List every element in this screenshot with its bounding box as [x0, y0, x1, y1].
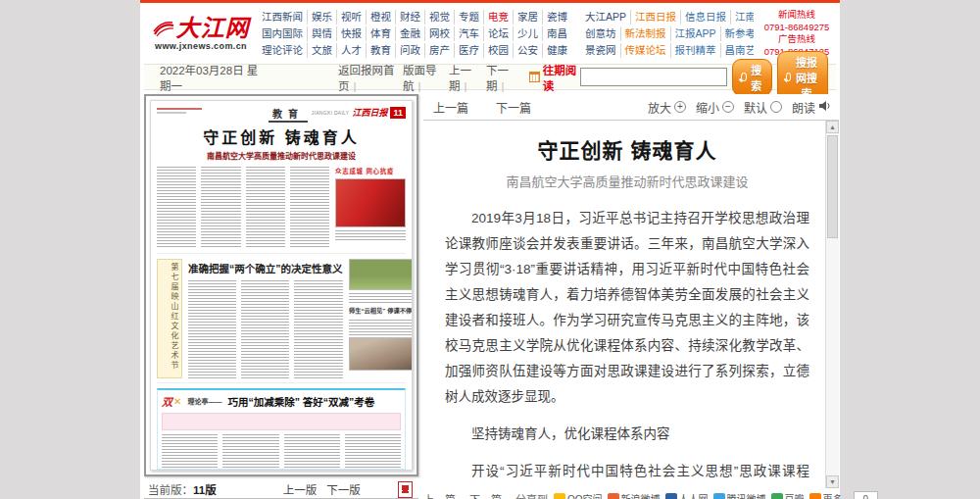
next-article-link-bottom[interactable]: 下一篇 [469, 491, 502, 499]
paper-link[interactable]: 江西日报 [630, 10, 680, 25]
nav-link[interactable]: 人才 [336, 43, 366, 58]
nav-link[interactable]: 南昌 [542, 26, 571, 41]
nav-link[interactable]: 快报 [336, 26, 366, 41]
issue-nav-link[interactable]: 版面导航 [401, 62, 447, 93]
paper-link[interactable]: 信息日报 [680, 10, 730, 25]
hotline-line: 广告热线 [754, 33, 840, 46]
search-button[interactable]: 搜 索 [732, 59, 772, 96]
nav-link[interactable]: 汽车 [454, 26, 483, 41]
nav-link[interactable]: 金融 [395, 26, 424, 41]
site-title: 大江网 [176, 16, 250, 41]
paper-photo-classroom [349, 337, 414, 371]
nav-link[interactable]: 教育 [366, 43, 395, 58]
article-subtitle: 南昌航空大学高质量推动新时代思政课建设 [445, 172, 809, 190]
zoom-in-button[interactable]: 放大 [648, 99, 686, 116]
issue-nav-link[interactable]: 上一期 [447, 62, 484, 93]
next-article-link[interactable]: 下一篇 [496, 99, 531, 116]
calendar-icon[interactable] [529, 72, 540, 82]
nav-link[interactable]: 问政 [395, 43, 424, 58]
scrollbar-thumb[interactable] [827, 135, 838, 238]
nav-link[interactable]: 舆情 [307, 26, 336, 41]
share-target-button[interactable]: 新浪微博 [608, 491, 661, 499]
paper-link[interactable]: 江南都市报 [730, 10, 754, 25]
nav-link[interactable]: 文旅 [307, 43, 336, 58]
paper-link[interactable]: 创意坊 [581, 26, 620, 41]
paper-photo-field [349, 259, 414, 290]
paper-page-number: 11 [390, 107, 406, 119]
nav-link[interactable]: 娱乐 [307, 10, 336, 25]
nav-link[interactable]: 橙视 [366, 10, 395, 25]
nav-link[interactable]: 视听 [336, 10, 366, 25]
current-page-value: 11版 [193, 484, 217, 496]
scroll-up-icon[interactable] [826, 121, 839, 133]
prev-page-link[interactable]: 上一版 [283, 481, 318, 497]
zoom-in-icon [674, 101, 686, 113]
nav-link[interactable]: 房产 [424, 43, 454, 58]
zoom-default-button[interactable]: 默认 [744, 99, 782, 116]
nav-link[interactable]: 少儿 [513, 26, 542, 41]
article-toolbar: 上一篇 下一篇 放大 缩小 默认 朗读 [423, 94, 839, 121]
archive-link[interactable]: 往期阅读 [543, 62, 580, 93]
zoom-out-button[interactable]: 缩小 [696, 99, 734, 116]
nav-link[interactable]: 财经 [395, 10, 424, 25]
nav-link[interactable]: 医疗 [454, 43, 483, 58]
newspaper-thumbnail-panel: 教育 JIANGXI DAILY 江西日报 11 守正创新 铸魂育人 南昌航空大… [144, 94, 418, 476]
nav-link[interactable]: 电竞 [483, 10, 513, 25]
article-body: 守正创新 铸魂育人 南昌航空大学高质量推动新时代思政课建设 2019年3月18日… [423, 121, 825, 488]
nav-link[interactable]: 论坛 [483, 26, 513, 41]
paper-headline: 守正创新 铸魂育人 [157, 129, 406, 147]
nav-link[interactable]: 瓷博 [542, 10, 571, 25]
prev-article-link-bottom[interactable]: 上一篇 [423, 491, 456, 499]
nav-row-3: 理论评论文旅人才教育问政房产医疗校园公安健康 [258, 43, 571, 58]
scroll-down-icon[interactable] [826, 475, 839, 488]
issue-links: 返回报网首页版面导航上一期下一期 [336, 62, 521, 93]
nav-link[interactable]: 江西新闻 [258, 10, 307, 25]
nav-link[interactable]: 理论评论 [258, 43, 307, 58]
paper-link[interactable]: 新参考文摘 [720, 26, 754, 41]
share-target-button[interactable]: 更多 [809, 491, 843, 499]
search-icon [741, 73, 747, 81]
nav-link[interactable]: 公安 [513, 43, 542, 58]
nav-link[interactable]: 专题 [454, 10, 483, 25]
paper-link[interactable]: 大江APP [581, 10, 630, 25]
paper-link[interactable]: 江报APP [670, 26, 720, 41]
logo-swoosh-icon [153, 20, 174, 41]
article-scrollbar[interactable] [825, 121, 839, 488]
next-page-link[interactable]: 下一版 [326, 481, 361, 497]
nav-link[interactable]: 家居 [513, 10, 542, 25]
read-aloud-button[interactable]: 朗读 [792, 99, 831, 116]
papers-row-2: 创意坊新法制报江报APP新参考文摘 [581, 26, 754, 41]
hotline-line: 0791-86849275 [754, 22, 840, 34]
paper-mid-headline: 准确把握“两个确立”的决定性意义 [188, 261, 343, 275]
nav-link[interactable]: 网校 [424, 26, 454, 41]
site-logo[interactable]: 大江网 www.jxnews.com.cn [140, 16, 258, 51]
share-target-button[interactable]: 豆瓣 [771, 491, 805, 499]
papers-row-1: 大江APP江西日报信息日报江南都市报 [581, 10, 754, 25]
nav-link[interactable]: 视觉 [424, 10, 454, 25]
issue-nav-link[interactable]: 返回报网首页 [336, 62, 401, 93]
nav-link[interactable]: 校园 [483, 43, 513, 58]
page-bar: 当前版：11版 上一版 下一版 [144, 480, 418, 499]
newspaper-page-image[interactable]: 教育 JIANGXI DAILY 江西日报 11 守正创新 铸魂育人 南昌航空大… [150, 100, 413, 471]
search-input[interactable] [580, 68, 727, 86]
paper-vertical-note: 第七届映山红文化艺术节 [157, 259, 182, 378]
share-target-button[interactable]: 腾讯微博 [713, 491, 766, 499]
share-service-icon [809, 493, 821, 499]
paper-link[interactable]: 新法制报 [620, 26, 670, 41]
nav-link[interactable]: 国内国际 [258, 26, 307, 41]
share-service-icon [554, 493, 565, 499]
share-count[interactable]: 0 [854, 491, 879, 499]
paper-brand-cn: 江西日报 [352, 106, 387, 119]
share-target-button[interactable]: QQ空间 [554, 491, 603, 499]
prev-article-link[interactable]: 上一篇 [433, 99, 468, 116]
share-target-button[interactable]: 人人网 [665, 491, 709, 499]
issue-nav-link[interactable]: 下一期 [484, 62, 521, 93]
photo-caption-lines [349, 293, 414, 303]
article-paragraph: 坚持铸魂育人，优化课程体系内容 [445, 422, 809, 447]
nav-link[interactable]: 健康 [542, 43, 571, 58]
nav-link[interactable]: 体育 [366, 26, 395, 41]
paper-bottom-headline: 巧用“加减乘除” 答好“双减”考卷 [227, 394, 374, 409]
pdf-icon[interactable] [398, 481, 413, 498]
speaker-icon [818, 100, 831, 115]
paper-section-title: 教育 [269, 106, 308, 123]
